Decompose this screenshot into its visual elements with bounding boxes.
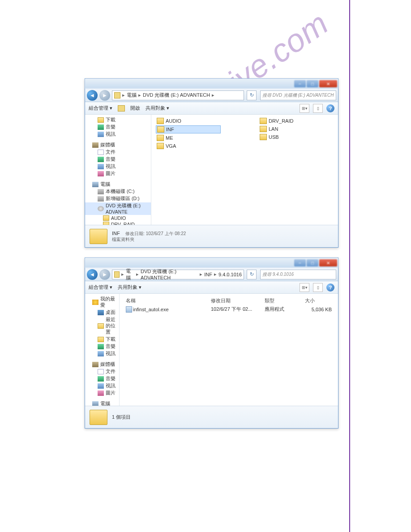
breadcrumb-seg[interactable]: DVD 光碟機 (E:) ADVANTECH (141, 268, 198, 280)
close-button[interactable]: ✕ (319, 80, 337, 87)
tree-item-music[interactable]: 音樂 (85, 124, 151, 131)
breadcrumb[interactable]: ▸ 電腦 ▸ DVD 光碟機 (E:) ADVANTECH ▸ (112, 90, 244, 100)
chevron-right-icon: ▸ (136, 271, 139, 277)
close-button[interactable]: ✕ (319, 259, 337, 266)
titlebar: − □ ✕ (85, 258, 338, 268)
tree-item-drive-d[interactable]: 新增磁碟區 (D:) (85, 195, 151, 202)
document-icon (98, 150, 104, 155)
tree-item-drive-c[interactable]: 本機磁碟 (C:) (85, 188, 151, 195)
help-icon[interactable]: ? (326, 283, 334, 292)
breadcrumb-seg[interactable]: 電腦 (126, 268, 134, 281)
tree-item-dvd[interactable]: DVD 光碟機 (E:) ADVANTE (85, 202, 151, 215)
refresh-button[interactable]: ↻ (247, 90, 257, 100)
computer-icon (92, 401, 98, 406)
folder-icon (260, 118, 267, 124)
search-input[interactable]: 搜尋 9.4.0.1016 (260, 270, 336, 279)
folder-icon (103, 215, 109, 221)
tree-item-videos[interactable]: 視訊 (85, 350, 119, 357)
explorer-window-1: − □ ✕ ◄ ► ▸ 電腦 ▸ DVD 光碟機 (E:) ADVANTECH … (85, 78, 338, 248)
help-icon[interactable]: ? (326, 104, 334, 112)
tree-item-documents[interactable]: 文件 (85, 368, 119, 375)
view-button[interactable]: ⊞▾ (300, 104, 309, 113)
file-row[interactable]: infinst_autol.exe 102/6/27 下午 02... 應用程式… (124, 305, 334, 313)
folder-item-usb[interactable]: USB (259, 133, 324, 141)
tree-item-desktop[interactable]: 桌面 (85, 309, 119, 316)
breadcrumb-seg[interactable]: 電腦 (127, 92, 137, 99)
organize-menu[interactable]: 組合管理 ▾ (89, 105, 112, 112)
preview-pane-button[interactable]: ▯ (313, 104, 323, 113)
tree-item-computer[interactable]: 電腦 (85, 400, 119, 406)
tree-item-recent[interactable]: 最近的位置 (85, 316, 119, 336)
tree-item-audio[interactable]: AUDIO (85, 215, 151, 221)
tree-item-lib-music[interactable]: 音樂 (85, 156, 151, 163)
search-input[interactable]: 搜尋 DVD 光碟機 (E:) ADVANTECH (260, 90, 336, 100)
drive-icon (98, 189, 104, 194)
col-type[interactable]: 類型 (265, 297, 300, 304)
preview-pane-button[interactable]: ▯ (313, 283, 323, 292)
share-menu[interactable]: 共用對象 ▾ (146, 105, 169, 112)
folder-item-me[interactable]: ME (156, 134, 221, 142)
col-size[interactable]: 大小 (305, 297, 332, 304)
col-date[interactable]: 修改日期 (211, 297, 260, 304)
open-button[interactable]: 開啟 (130, 105, 140, 112)
tree-item-downloads[interactable]: 下載 (85, 336, 119, 343)
folder-item-inf[interactable]: INF (156, 125, 221, 133)
folder-item-audio[interactable]: AUDIO (156, 117, 221, 124)
drive-icon (98, 196, 104, 202)
breadcrumb-seg[interactable]: DVD 光碟機 (E:) ADVANTECH (143, 92, 210, 99)
details-count: 1 個項目 (112, 414, 131, 420)
video-icon (98, 351, 104, 356)
tree-item-libraries[interactable]: 媒體櫃 (85, 142, 151, 149)
folder-icon (114, 271, 120, 278)
back-button[interactable]: ◄ (87, 90, 98, 101)
organize-menu[interactable]: 組合管理 ▾ (89, 284, 112, 291)
share-menu[interactable]: 共用對象 ▾ (118, 284, 141, 291)
library-icon (92, 362, 98, 367)
video-icon (98, 132, 104, 137)
folder-icon (157, 135, 164, 141)
tree-item-documents[interactable]: 文件 (85, 149, 151, 156)
folder-icon (103, 222, 109, 225)
tree-item-lib-videos[interactable]: 視訊 (85, 382, 119, 390)
tree-item-lib-videos[interactable]: 視訊 (85, 163, 151, 170)
view-button[interactable]: ⊞▾ (300, 283, 309, 292)
dvd-icon (98, 206, 104, 211)
col-name[interactable]: 名稱 (126, 297, 206, 304)
tree-item-drv-raid[interactable]: DRV_RAID (85, 221, 151, 225)
back-button[interactable]: ◄ (87, 269, 98, 280)
minimize-button[interactable]: − (294, 80, 306, 87)
folder-icon (98, 323, 104, 329)
tree-item-libraries[interactable]: 媒體櫃 (85, 361, 119, 368)
details-pane: INF 修改日期: 102/6/27 上午 08:22 檔案資料夾 (85, 225, 338, 247)
folder-item-vga[interactable]: VGA (156, 142, 221, 150)
chevron-right-icon: ▸ (212, 92, 214, 98)
breadcrumb-seg[interactable]: 9.4.0.1016 (218, 272, 242, 277)
music-icon (98, 344, 104, 349)
tree-item-computer[interactable]: 電腦 (85, 181, 151, 188)
maximize-button[interactable]: □ (307, 80, 318, 87)
tree-item-pictures[interactable]: 圖片 (85, 390, 119, 397)
folder-icon (157, 118, 164, 124)
breadcrumb-seg[interactable]: INF (204, 272, 212, 277)
folder-icon (260, 134, 267, 140)
toolbar: 組合管理 ▾ 開啟 共用對象 ▾ ⊞▾ ▯ ? (85, 102, 338, 115)
minimize-button[interactable]: − (294, 259, 306, 266)
tree-item-downloads[interactable]: 下載 (85, 116, 151, 124)
tree-item-music[interactable]: 音樂 (85, 343, 119, 350)
forward-button[interactable]: ► (99, 90, 110, 101)
folder-item-drv-raid[interactable]: DRV_RAID (259, 117, 324, 124)
details-mod-label: 修改日期: (125, 231, 145, 236)
nav-bar: ◄ ► ▸ 電腦 ▸ DVD 光碟機 (E:) ADVANTECH ▸ ↻ 搜尋… (85, 89, 338, 102)
tree-item-pictures[interactable]: 圖片 (85, 170, 151, 177)
tree-item-lib-music[interactable]: 音樂 (85, 375, 119, 382)
tree-item-videos[interactable]: 視訊 (85, 131, 151, 138)
library-icon (92, 142, 98, 148)
folder-item-lan[interactable]: LAN (259, 125, 324, 133)
music-icon (98, 124, 104, 130)
refresh-button[interactable]: ↻ (247, 270, 257, 279)
chevron-right-icon: ▸ (200, 271, 202, 277)
tree-item-favorites[interactable]: 我的最愛 (85, 296, 119, 309)
maximize-button[interactable]: □ (307, 259, 318, 266)
forward-button[interactable]: ► (99, 269, 110, 280)
breadcrumb[interactable]: ▸ 電腦 ▸ DVD 光碟機 (E:) ADVANTECH ▸ INF ▸ 9.… (112, 270, 244, 279)
